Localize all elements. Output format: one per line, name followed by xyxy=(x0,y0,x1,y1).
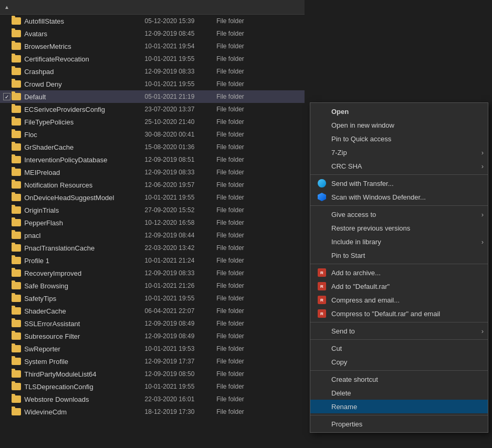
ctx-no-icon xyxy=(317,358,327,366)
ctx-item-send-to[interactable]: Send to› xyxy=(310,324,488,338)
file-name-label: FileTypePolicies xyxy=(24,118,144,126)
ctx-item-open[interactable]: Open xyxy=(310,105,488,118)
table-row[interactable]: ShaderCache06-04-2021 22:07File folder xyxy=(0,305,305,317)
table-row[interactable]: RecoveryImproved12-09-2019 08:33File fol… xyxy=(0,267,305,279)
ctx-item-send-transfer[interactable]: Send with Transfer... xyxy=(310,176,488,190)
table-row[interactable]: Webstore Downloads22-03-2020 16:01File f… xyxy=(0,393,305,405)
table-row[interactable]: Crashpad12-09-2019 08:33File folder xyxy=(0,65,305,78)
file-type-label: File folder xyxy=(216,383,264,390)
file-date-label: 25-10-2020 21:40 xyxy=(145,118,217,126)
file-name-label: Safe Browsing xyxy=(24,282,144,290)
table-row[interactable]: Notification Resources12-06-2020 19:57Fi… xyxy=(0,179,305,191)
table-row[interactable]: CertificateRevocation10-01-2021 19:55Fil… xyxy=(0,53,305,65)
checkbox-checked-icon[interactable]: ✓ xyxy=(3,93,11,100)
ctx-no-icon xyxy=(317,148,327,157)
ctx-item-restore-versions[interactable]: Restore previous versions xyxy=(310,221,488,235)
table-row[interactable]: pnacl12-09-2019 08:44File folder xyxy=(0,229,305,242)
table-row[interactable]: TLSDeprecationConfig10-01-2021 19:55File… xyxy=(0,380,305,393)
file-date-label: 15-08-2020 01:36 xyxy=(145,143,217,151)
table-row[interactable]: SwReporter10-01-2021 19:53File folder xyxy=(0,342,305,355)
file-type-label: File folder xyxy=(216,295,264,302)
ctx-item-crc-sha[interactable]: CRC SHA› xyxy=(310,159,488,173)
ctx-item-rename[interactable]: Rename xyxy=(310,400,488,413)
file-name-label: SafetyTips xyxy=(24,295,144,303)
table-row[interactable]: ✓Default05-01-2021 21:19File folder xyxy=(0,90,305,103)
ctx-item-create-shortcut[interactable]: Create shortcut xyxy=(310,372,488,386)
ctx-item-compress-default-email[interactable]: RCompress to "Default.rar" and email xyxy=(310,307,488,320)
file-date-label: 22-03-2020 16:01 xyxy=(145,395,217,403)
file-type-label: File folder xyxy=(216,408,264,415)
file-date-label: 05-12-2020 15:39 xyxy=(145,17,217,25)
table-row[interactable]: Subresource Filter12-09-2019 08:49File f… xyxy=(0,330,305,342)
ctx-no-icon xyxy=(317,107,327,116)
table-row[interactable]: SafetyTips10-01-2021 19:55File folder xyxy=(0,292,305,305)
table-row[interactable]: FileTypePolicies25-10-2020 21:40File fol… xyxy=(0,116,305,128)
table-row[interactable]: InterventionPolicyDatabase12-09-2019 08:… xyxy=(0,153,305,166)
table-row[interactable]: Avatars12-09-2019 08:45File folder xyxy=(0,27,305,40)
table-row[interactable]: Safe Browsing10-01-2021 21:26File folder xyxy=(0,279,305,292)
ctx-item-give-access[interactable]: Give access to› xyxy=(310,207,488,221)
rar-icon: R xyxy=(317,282,327,290)
file-name-label: Avatars xyxy=(24,30,144,38)
table-row[interactable]: PnaclTranslationCache22-03-2020 13:42Fil… xyxy=(0,242,305,254)
table-row[interactable]: Profile 110-01-2021 21:24File folder xyxy=(0,254,305,267)
ctx-item-7zip[interactable]: 7-Zip› xyxy=(310,145,488,159)
folder-icon xyxy=(12,408,21,415)
file-name-label: ThirdPartyModuleList64 xyxy=(24,370,144,378)
ctx-item-pin-start[interactable]: Pin to Start xyxy=(310,248,488,262)
ctx-item-include-library[interactable]: Include in library› xyxy=(310,235,488,248)
ctx-separator xyxy=(310,205,488,206)
table-row[interactable]: Floc30-08-2020 00:41File folder xyxy=(0,128,305,141)
file-name-label: Crashpad xyxy=(24,68,144,76)
file-rows-container: AutofillStates05-12-2020 15:39File folde… xyxy=(0,15,305,418)
ctx-item-scan-defender[interactable]: Scan with Windows Defender... xyxy=(310,190,488,204)
folder-icon xyxy=(12,43,21,50)
table-row[interactable]: SSLErrorAssistant12-09-2019 08:49File fo… xyxy=(0,317,305,330)
ctx-item-label: Include in library xyxy=(331,238,381,246)
sort-arrow-icon: ▲ xyxy=(4,4,9,10)
file-type-label: File folder xyxy=(216,370,264,378)
ctx-item-open-new-window[interactable]: Open in new window xyxy=(310,118,488,132)
folder-icon xyxy=(12,181,21,189)
file-type-label: File folder xyxy=(216,232,264,239)
table-row[interactable]: OnDeviceHeadSuggestModel10-01-2021 19:55… xyxy=(0,191,305,204)
ctx-item-add-default-rar[interactable]: RAdd to "Default.rar" xyxy=(310,279,488,293)
ctx-item-properties[interactable]: Properties xyxy=(310,417,488,431)
table-row[interactable]: Crowd Deny10-01-2021 19:55File folder xyxy=(0,78,305,90)
file-type-label: File folder xyxy=(216,194,264,201)
ctx-item-copy[interactable]: Copy xyxy=(310,355,488,369)
ctx-item-cut[interactable]: Cut xyxy=(310,341,488,355)
rar-icon: R xyxy=(317,296,327,304)
ctx-item-compress-email[interactable]: RCompress and email... xyxy=(310,293,488,307)
ctx-item-label: Scan with Windows Defender... xyxy=(331,193,426,201)
file-date-label: 22-03-2020 13:42 xyxy=(145,244,217,252)
table-row[interactable]: ThirdPartyModuleList6412-09-2019 08:50Fi… xyxy=(0,368,305,380)
header-name-col[interactable]: ▲ xyxy=(2,4,143,10)
table-row[interactable]: ECSerivceProvidersConfig23-07-2020 13:37… xyxy=(0,103,305,116)
ctx-item-pin-quick-access[interactable]: Pin to Quick access xyxy=(310,132,488,145)
ctx-item-delete[interactable]: Delete xyxy=(310,386,488,400)
table-row[interactable]: GrShaderCache15-08-2020 01:36File folder xyxy=(0,141,305,153)
table-row[interactable]: PepperFlash10-12-2020 16:58File folder xyxy=(0,216,305,229)
ctx-no-icon xyxy=(317,389,327,397)
table-row[interactable]: WidevineCdm18-12-2019 17:30File folder xyxy=(0,405,305,418)
defender-shield-icon xyxy=(318,193,326,201)
ctx-item-label: Add to archive... xyxy=(331,269,381,277)
table-row[interactable]: MEIPreload12-09-2019 08:33File folder xyxy=(0,166,305,179)
file-name-label: PepperFlash xyxy=(24,219,144,227)
ctx-arrow-icon: › xyxy=(481,211,484,218)
ctx-item-label: Open in new window xyxy=(331,121,394,129)
table-row[interactable]: OriginTrials27-09-2020 15:52File folder xyxy=(0,204,305,216)
table-row[interactable]: BrowserMetrics10-01-2021 19:54File folde… xyxy=(0,40,305,53)
rar-icon: R xyxy=(318,296,326,304)
file-type-label: File folder xyxy=(216,80,264,88)
ctx-item-add-archive[interactable]: RAdd to archive... xyxy=(310,266,488,279)
file-date-label: 12-09-2019 08:33 xyxy=(145,68,217,75)
ctx-item-label: Send to xyxy=(331,327,355,335)
table-row[interactable]: AutofillStates05-12-2020 15:39File folde… xyxy=(0,15,305,27)
ctx-item-label: Pin to Quick access xyxy=(331,135,391,143)
file-date-label: 12-09-2019 08:49 xyxy=(145,332,217,340)
file-name-label: SSLErrorAssistant xyxy=(24,320,144,328)
table-row[interactable]: System Profile12-09-2019 17:37File folde… xyxy=(0,355,305,368)
file-type-label: File folder xyxy=(216,118,264,126)
